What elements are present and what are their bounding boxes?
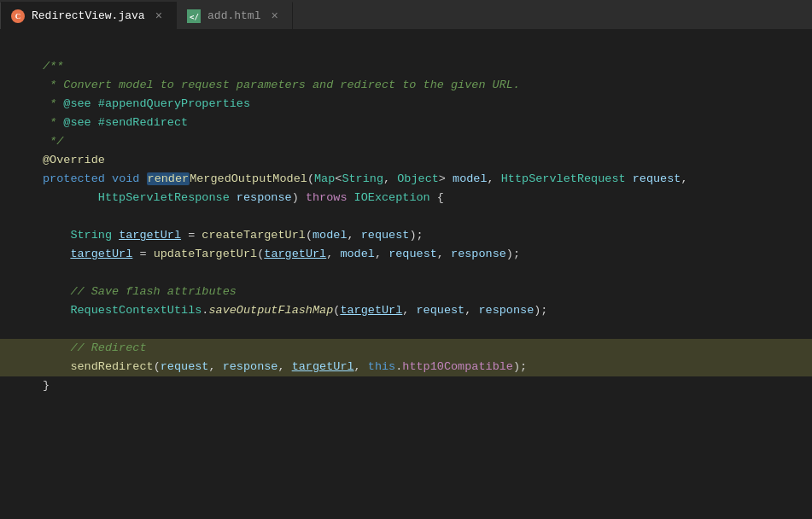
- tab-redirect-view[interactable]: C RedirectView.java ×: [0, 2, 177, 29]
- java-icon: C: [11, 9, 25, 23]
- code-line-3: * Convert model to request parameters an…: [0, 76, 812, 95]
- code-line-13: [0, 264, 812, 283]
- svg-text:</>: </>: [190, 13, 199, 21]
- code-line-17: // Redirect: [0, 339, 812, 358]
- tab-add-html[interactable]: </> add.html ×: [177, 2, 293, 29]
- code-line-15: RequestContextUtils.saveOutputFlashMap(t…: [0, 301, 812, 320]
- tab-bar: C RedirectView.java × </> add.html ×: [0, 0, 812, 30]
- tab-label-redirect: RedirectView.java: [32, 9, 145, 22]
- code-line-6: */: [0, 132, 812, 151]
- code-line-4: * @see #appendQueryProperties: [0, 95, 812, 114]
- code-line-19: }: [0, 376, 812, 395]
- code-line-2: /**: [0, 57, 812, 76]
- close-tab-html[interactable]: ×: [267, 8, 281, 25]
- editor-area[interactable]: /** * Convert model to request parameter…: [0, 30, 812, 519]
- code-line-9: HttpServletResponse response) throws IOE…: [0, 189, 812, 207]
- code-line-18: sendRedirect(request, response, targetUr…: [0, 358, 812, 376]
- code-line-16: [0, 320, 812, 339]
- tab-label-add-html: add.html: [207, 9, 260, 22]
- code-line-5: * @see #sendRedirect: [0, 114, 812, 132]
- code-line-8: protected void renderMergedOutputModel(M…: [0, 170, 812, 189]
- code-line-14: // Save flash attributes: [0, 283, 812, 301]
- code-line-11: String targetUrl = createTargetUrl(model…: [0, 226, 812, 245]
- editor-container: C RedirectView.java × </> add.html × /**: [0, 0, 812, 519]
- code-line-12: targetUrl = updateTargetUrl(targetUrl, m…: [0, 245, 812, 264]
- code-line-7: @Override: [0, 151, 812, 170]
- code-line-1: [0, 38, 812, 57]
- close-tab-redirect[interactable]: ×: [152, 8, 166, 25]
- code-line-10: [0, 207, 812, 226]
- html-icon: </>: [187, 9, 201, 23]
